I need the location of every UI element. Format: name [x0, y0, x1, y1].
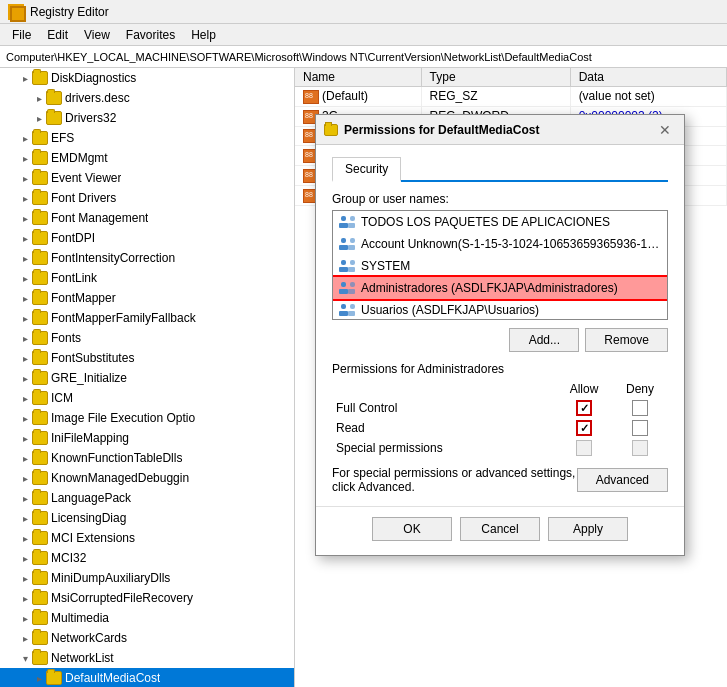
deny-checkbox[interactable] — [632, 420, 648, 436]
tree-item-LanguagePack[interactable]: ▸LanguagePack — [0, 488, 294, 508]
expander-icon[interactable]: ▸ — [18, 331, 32, 345]
tree-item-NetworkList[interactable]: ▾NetworkList — [0, 648, 294, 668]
tree-item-drivers.desc[interactable]: ▸drivers.desc — [0, 88, 294, 108]
allow-checkbox[interactable] — [576, 400, 592, 416]
expander-icon[interactable]: ▸ — [18, 311, 32, 325]
expander-icon[interactable]: ▸ — [18, 71, 32, 85]
address-path: Computer\HKEY_LOCAL_MACHINE\SOFTWARE\Mic… — [6, 51, 592, 63]
expander-icon[interactable]: ▸ — [18, 411, 32, 425]
dialog-folder-icon — [324, 124, 338, 136]
tree-item-EventViewer[interactable]: ▸Event Viewer — [0, 168, 294, 188]
apply-button[interactable]: Apply — [548, 517, 628, 541]
expander-icon[interactable]: ▸ — [18, 151, 32, 165]
expander-icon[interactable]: ▸ — [18, 571, 32, 585]
table-row[interactable]: (Default)REG_SZ(value not set) — [295, 87, 727, 107]
tree-item-FontSubstitutes[interactable]: ▸FontSubstitutes — [0, 348, 294, 368]
expander-icon[interactable]: ▸ — [18, 631, 32, 645]
advanced-button[interactable]: Advanced — [577, 468, 668, 492]
tree-item-IniFileMapping[interactable]: ▸IniFileMapping — [0, 428, 294, 448]
expander-icon[interactable]: ▸ — [18, 231, 32, 245]
ok-button[interactable]: OK — [372, 517, 452, 541]
expander-icon[interactable]: ▸ — [18, 491, 32, 505]
tree-item-ImageFileExecutionOpts[interactable]: ▸Image File Execution Optio — [0, 408, 294, 428]
cancel-button[interactable]: Cancel — [460, 517, 540, 541]
tree-item-EFS[interactable]: ▸EFS — [0, 128, 294, 148]
user-list[interactable]: TODOS LOS PAQUETES DE APLICACIONES Accou… — [332, 210, 668, 320]
tree-item-Drivers32[interactable]: ▸Drivers32 — [0, 108, 294, 128]
user-item-administradores[interactable]: Administradores (ASDLFKJAP\Administrador… — [333, 277, 667, 299]
menu-view[interactable]: View — [76, 26, 118, 44]
expander-icon[interactable]: ▸ — [18, 351, 32, 365]
tree-item-FontIntensityCorrection[interactable]: ▸FontIntensityCorrection — [0, 248, 294, 268]
menu-favorites[interactable]: Favorites — [118, 26, 183, 44]
expander-icon[interactable]: ▸ — [18, 171, 32, 185]
folder-icon — [32, 311, 48, 325]
expander-icon[interactable]: ▸ — [18, 471, 32, 485]
user-item-todos[interactable]: TODOS LOS PAQUETES DE APLICACIONES — [333, 211, 667, 233]
tree-scroll[interactable]: ▸DiskDiagnostics▸drivers.desc▸Drivers32▸… — [0, 68, 294, 687]
expander-icon[interactable]: ▸ — [18, 271, 32, 285]
tree-item-DefaultMediaCost[interactable]: ▸DefaultMediaCost — [0, 668, 294, 687]
tree-item-FontDPI[interactable]: ▸FontDPI — [0, 228, 294, 248]
tree-item-label: LanguagePack — [51, 491, 131, 505]
expander-icon[interactable]: ▸ — [18, 371, 32, 385]
expander-icon[interactable]: ▸ — [18, 251, 32, 265]
tree-item-Fonts[interactable]: ▸Fonts — [0, 328, 294, 348]
expander-icon[interactable]: ▸ — [18, 391, 32, 405]
tree-item-FontMapperFamilyFallback[interactable]: ▸FontMapperFamilyFallback — [0, 308, 294, 328]
title-bar: Registry Editor — [0, 0, 727, 24]
expander-icon[interactable]: ▸ — [32, 671, 46, 685]
expander-icon[interactable]: ▸ — [18, 451, 32, 465]
expander-icon[interactable]: ▾ — [18, 651, 32, 665]
expander-icon[interactable]: ▸ — [32, 91, 46, 105]
tree-item-ICM[interactable]: ▸ICM — [0, 388, 294, 408]
svg-rect-18 — [350, 304, 355, 309]
expander-icon[interactable]: ▸ — [18, 211, 32, 225]
tree-item-MiniDumpAuxiliaryDlls[interactable]: ▸MiniDumpAuxiliaryDlls — [0, 568, 294, 588]
dialog-close-button[interactable]: ✕ — [654, 119, 676, 141]
tree-item-LicensingDiag[interactable]: ▸LicensingDiag — [0, 508, 294, 528]
expander-icon[interactable]: ▸ — [32, 111, 46, 125]
tree-item-MCIExtensions[interactable]: ▸MCI Extensions — [0, 528, 294, 548]
tree-item-DiskDiagnostics[interactable]: ▸DiskDiagnostics — [0, 68, 294, 88]
menu-help[interactable]: Help — [183, 26, 224, 44]
expander-icon[interactable]: ▸ — [18, 511, 32, 525]
allow-checkbox[interactable] — [576, 420, 592, 436]
tree-item-label: FontLink — [51, 271, 97, 285]
tree-item-FontMapper[interactable]: ▸FontMapper — [0, 288, 294, 308]
tree-item-Multimedia[interactable]: ▸Multimedia — [0, 608, 294, 628]
tree-item-KnownManagedDebugging[interactable]: ▸KnownManagedDebuggin — [0, 468, 294, 488]
expander-icon[interactable]: ▸ — [18, 431, 32, 445]
remove-button[interactable]: Remove — [585, 328, 668, 352]
expander-icon[interactable]: ▸ — [18, 591, 32, 605]
tree-item-FontManagement[interactable]: ▸Font Management — [0, 208, 294, 228]
add-button[interactable]: Add... — [509, 328, 579, 352]
tree-item-label: NetworkList — [51, 651, 114, 665]
tree-item-NetworkCards[interactable]: ▸NetworkCards — [0, 628, 294, 648]
expander-icon[interactable]: ▸ — [18, 131, 32, 145]
folder-icon — [32, 451, 48, 465]
user-item-system[interactable]: SYSTEM — [333, 255, 667, 277]
tree-item-FontDrivers[interactable]: ▸Font Drivers — [0, 188, 294, 208]
tree-item-KnownFunctionTableDlls[interactable]: ▸KnownFunctionTableDlls — [0, 448, 294, 468]
expander-icon[interactable]: ▸ — [18, 291, 32, 305]
expander-icon[interactable]: ▸ — [18, 611, 32, 625]
tree-item-label: MiniDumpAuxiliaryDlls — [51, 571, 170, 585]
tree-item-FontLink[interactable]: ▸FontLink — [0, 268, 294, 288]
expander-icon[interactable]: ▸ — [18, 551, 32, 565]
tree-item-MCI32[interactable]: ▸MCI32 — [0, 548, 294, 568]
user-item-account_unknown[interactable]: Account Unknown(S-1-15-3-1024-1065365936… — [333, 233, 667, 255]
menu-file[interactable]: File — [4, 26, 39, 44]
expander-icon[interactable]: ▸ — [18, 191, 32, 205]
tree-item-MsiCorruptedFileRecovery[interactable]: ▸MsiCorruptedFileRecovery — [0, 588, 294, 608]
svg-rect-7 — [348, 245, 355, 250]
deny-checkbox[interactable] — [632, 400, 648, 416]
menu-edit[interactable]: Edit — [39, 26, 76, 44]
tree-item-GRE_Initialize[interactable]: ▸GRE_Initialize — [0, 368, 294, 388]
tree-item-EMDMgmt[interactable]: ▸EMDMgmt — [0, 148, 294, 168]
expander-icon[interactable]: ▸ — [18, 531, 32, 545]
tab-security[interactable]: Security — [332, 157, 401, 182]
folder-icon — [32, 171, 48, 185]
user-item-usuarios[interactable]: Usuarios (ASDLFKJAP\Usuarios) — [333, 299, 667, 320]
tree-item-label: FontMapper — [51, 291, 116, 305]
